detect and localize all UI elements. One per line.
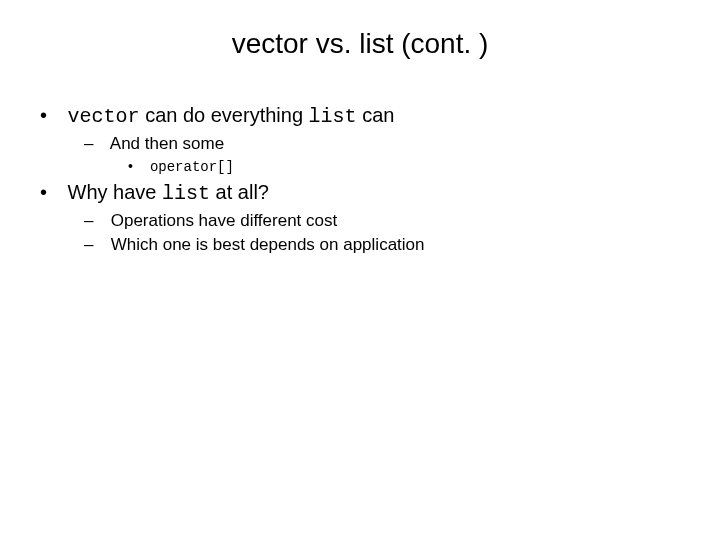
bullet-text: vector can do everything list can xyxy=(68,104,395,126)
slide-title: vector vs. list (cont. ) xyxy=(0,0,720,78)
bullet-and-then-some: And then some xyxy=(84,134,680,154)
code-list: list xyxy=(162,182,210,205)
text-mid: can do everything xyxy=(140,104,309,126)
bullet-depends-on-app: Which one is best depends on application xyxy=(84,235,680,255)
bullet-text: Which one is best depends on application xyxy=(111,235,425,254)
text-pre: Why have xyxy=(68,181,162,203)
bullet-operator: operator[] xyxy=(128,158,680,175)
code-list: list xyxy=(309,105,357,128)
code-operator: operator[] xyxy=(150,159,234,175)
bullet-vector-can-do: vector can do everything list can xyxy=(40,104,680,128)
code-vector: vector xyxy=(68,105,140,128)
bullet-text: Operations have different cost xyxy=(111,211,338,230)
slide-content: vector can do everything list can And th… xyxy=(0,78,720,255)
text-post: at all? xyxy=(210,181,269,203)
slide: vector vs. list (cont. ) vector can do e… xyxy=(0,0,720,540)
bullet-why-have-list: Why have list at all? xyxy=(40,181,680,205)
bullet-different-cost: Operations have different cost xyxy=(84,211,680,231)
bullet-text: And then some xyxy=(110,134,224,153)
text-tail: can xyxy=(357,104,395,126)
bullet-text: Why have list at all? xyxy=(68,181,269,203)
